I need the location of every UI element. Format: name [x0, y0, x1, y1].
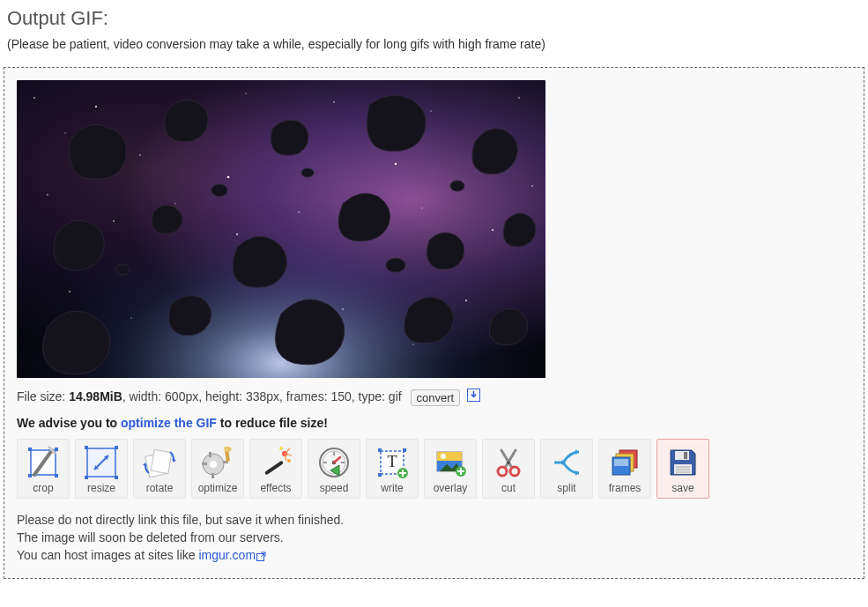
imgur-link[interactable]: imgur.com: [199, 548, 256, 562]
effects-label: effects: [252, 482, 300, 494]
svg-point-61: [287, 459, 291, 463]
optimize-link[interactable]: optimize the GIF: [121, 416, 217, 430]
crop-label: crop: [19, 482, 67, 494]
svg-rect-49: [85, 476, 88, 479]
rotate-label: rotate: [136, 482, 183, 494]
speed-icon: [313, 443, 355, 482]
output-panel: File size: 14.98MiB, width: 600px, heigh…: [4, 67, 864, 579]
svg-rect-55: [209, 452, 211, 457]
svg-rect-48: [115, 446, 118, 449]
frames-label: , frames:: [279, 389, 330, 403]
svg-point-31: [465, 300, 467, 301]
svg-point-19: [236, 233, 238, 235]
height-label: , height:: [198, 389, 246, 403]
save-label: save: [659, 482, 707, 494]
split-label: split: [543, 482, 590, 494]
rotate-button[interactable]: rotate: [133, 439, 186, 499]
width-label: , width:: [122, 389, 165, 403]
cut-label: cut: [485, 482, 532, 494]
svg-rect-42: [28, 448, 32, 451]
frames-value: 150: [330, 389, 351, 403]
overlay-button[interactable]: overlay: [424, 439, 477, 499]
svg-point-26: [130, 317, 131, 318]
frames-label: frames: [601, 482, 649, 494]
frames-button[interactable]: frames: [598, 439, 651, 499]
optimize-label: optimize: [194, 482, 241, 494]
svg-point-39: [450, 181, 464, 191]
svg-point-37: [386, 258, 405, 272]
crop-icon: [22, 443, 64, 482]
svg-rect-58: [211, 473, 214, 478]
write-icon: T: [371, 443, 413, 482]
effects-button[interactable]: effects: [249, 439, 302, 499]
effects-icon: [255, 443, 297, 482]
svg-point-82: [561, 461, 566, 465]
write-button[interactable]: T write: [366, 439, 419, 499]
optimize-icon: [197, 443, 239, 482]
svg-point-15: [518, 97, 519, 98]
external-link-icon: [256, 548, 266, 566]
width-value: 600px: [165, 389, 198, 403]
svg-point-22: [421, 207, 422, 208]
svg-point-17: [113, 220, 115, 222]
download-icon[interactable]: [467, 388, 480, 407]
svg-point-54: [210, 461, 217, 468]
svg-rect-47: [85, 446, 88, 449]
write-label: write: [368, 482, 416, 494]
convert-button[interactable]: convert: [411, 389, 461, 406]
cut-icon: [487, 443, 530, 482]
resize-button[interactable]: resize: [75, 439, 128, 499]
page-title: Output GIF:: [7, 7, 864, 30]
speed-button[interactable]: speed: [308, 439, 360, 499]
svg-point-5: [64, 132, 65, 133]
svg-rect-50: [115, 476, 118, 479]
patience-note: (Please be patient, video conversion may…: [7, 37, 864, 51]
optimize-button[interactable]: optimize: [191, 439, 244, 499]
svg-point-6: [95, 106, 97, 107]
svg-rect-88: [684, 452, 687, 459]
notice-line3-prefix: You can host images at sites like: [17, 548, 199, 562]
resize-icon: [80, 443, 122, 482]
optimize-advice: We advise you to optimize the GIF to red…: [17, 416, 851, 430]
notice-line3: You can host images at sites like imgur.…: [17, 546, 851, 565]
output-preview: [17, 80, 545, 378]
svg-point-30: [412, 344, 413, 344]
svg-rect-45: [55, 474, 58, 477]
speed-label: speed: [310, 482, 358, 494]
svg-point-36: [301, 168, 314, 177]
save-icon: [662, 443, 704, 482]
tools-toolbar: crop resize: [17, 439, 851, 499]
svg-rect-68: [378, 448, 382, 452]
svg-point-81: [507, 462, 509, 464]
svg-rect-59: [264, 461, 284, 476]
rotate-icon: [138, 443, 181, 482]
cut-button[interactable]: cut: [482, 439, 535, 499]
svg-rect-86: [614, 459, 628, 466]
svg-rect-57: [202, 463, 207, 465]
notice-line1: Please do not directly link this file, b…: [17, 511, 851, 529]
svg-rect-69: [403, 448, 406, 452]
svg-point-76: [441, 454, 446, 459]
type-value: gif: [389, 389, 402, 403]
storage-notice: Please do not directly link this file, b…: [17, 511, 851, 565]
svg-point-4: [33, 97, 35, 99]
crop-button[interactable]: crop: [17, 439, 70, 499]
svg-point-20: [298, 211, 299, 212]
svg-point-34: [395, 163, 397, 165]
svg-point-11: [333, 101, 334, 102]
save-button[interactable]: save: [657, 439, 709, 499]
svg-point-33: [227, 176, 230, 179]
svg-point-80: [510, 467, 519, 476]
svg-text:T: T: [388, 453, 397, 470]
svg-rect-44: [28, 474, 32, 477]
split-button[interactable]: split: [540, 439, 593, 499]
svg-rect-52: [151, 450, 172, 474]
file-size-value: 14.98MiB: [69, 389, 122, 403]
svg-rect-70: [378, 473, 382, 477]
resize-label: resize: [78, 482, 125, 494]
advise-suffix: to reduce file size!: [217, 416, 328, 430]
svg-point-16: [47, 194, 48, 195]
overlay-label: overlay: [427, 482, 474, 494]
height-value: 338px: [246, 389, 279, 403]
svg-point-18: [174, 203, 175, 204]
